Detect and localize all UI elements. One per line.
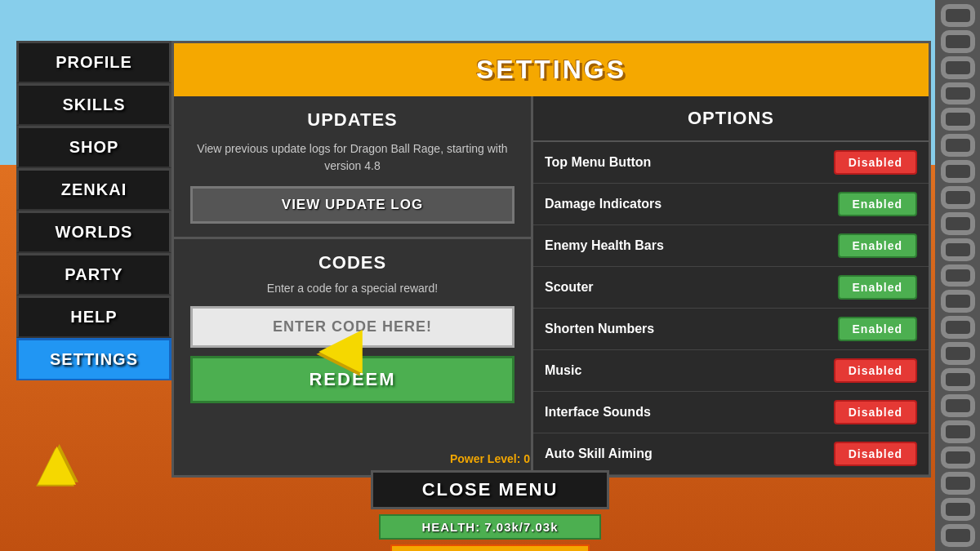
energy-bar: ENERGY: 100/100: [390, 544, 590, 551]
updates-description: View previous update logs for Dragon Bal…: [190, 140, 514, 175]
chain-link: [941, 290, 975, 313]
bottom-bar: Power Level: 0 CLOSE MENU HEALTH: 7.03k/…: [0, 478, 980, 551]
sidebar-item-worlds[interactable]: WORLDS: [16, 211, 172, 253]
chain-link: [941, 30, 975, 53]
settings-title-bar: SETTINGS: [174, 43, 929, 96]
chain-link: [941, 316, 975, 339]
codes-title: CODES: [190, 252, 514, 273]
option-status-badge[interactable]: Disabled: [834, 442, 917, 466]
option-status-badge[interactable]: Enabled: [838, 233, 917, 258]
option-label: Damage Indicators: [545, 197, 662, 211]
option-label: Scouter: [545, 280, 594, 295]
close-menu-button[interactable]: CLOSE MENU: [371, 470, 610, 509]
option-status-badge[interactable]: Enabled: [838, 192, 917, 216]
view-update-log-button[interactable]: VIEW UPDATE LOG: [190, 186, 514, 224]
option-row[interactable]: Interface SoundsDisabled: [533, 392, 929, 433]
chain-link: [941, 82, 975, 105]
sidebar-item-skills[interactable]: SKILLS: [16, 83, 172, 126]
option-status-badge[interactable]: Enabled: [838, 275, 917, 300]
updates-section: UPDATES View previous update logs for Dr…: [174, 96, 531, 239]
option-status-badge[interactable]: Disabled: [834, 358, 917, 383]
main-container: PROFILE SKILLS SHOP ZENKAI WORLDS PARTY …: [16, 41, 931, 478]
option-row[interactable]: Shorten NumbersEnabled: [533, 309, 929, 350]
chain-link: [941, 108, 975, 131]
options-title: OPTIONS: [533, 96, 929, 142]
chain-link: [941, 186, 975, 209]
content-area: UPDATES View previous update logs for Dr…: [174, 96, 929, 475]
option-row[interactable]: Top Menu ButtonDisabled: [533, 142, 929, 184]
sidebar-item-profile[interactable]: PROFILE: [16, 41, 172, 83]
chain-link: [941, 264, 975, 287]
chain-link: [941, 160, 975, 183]
power-level: Power Level: 0: [450, 452, 530, 465]
options-section: OPTIONS Top Menu ButtonDisabledDamage In…: [533, 96, 929, 475]
chain-link: [941, 420, 975, 443]
option-status-badge[interactable]: Disabled: [834, 400, 917, 424]
option-row[interactable]: Auto Skill AimingDisabled: [533, 433, 929, 475]
option-label: Auto Skill Aiming: [545, 447, 653, 461]
sidebar-item-help[interactable]: HELP: [16, 295, 172, 338]
arrow-right-icon: ▶: [318, 318, 363, 375]
option-status-badge[interactable]: Enabled: [838, 317, 917, 341]
option-label: Enemy Health Bars: [545, 238, 664, 253]
sidebar-item-shop[interactable]: SHOP: [16, 126, 172, 168]
chain-link: [941, 134, 975, 157]
chain-link: [941, 447, 975, 469]
chain-link: [941, 342, 975, 365]
left-content: UPDATES View previous update logs for Dr…: [174, 96, 533, 475]
chain-decoration: [935, 0, 980, 551]
right-panel: SETTINGS UPDATES View previous update lo…: [172, 41, 931, 478]
option-label: Shorten Numbers: [545, 322, 654, 336]
chain-link: [941, 394, 975, 417]
health-bar: HEALTH: 7.03k/7.03k: [379, 514, 600, 540]
option-row[interactable]: ScouterEnabled: [533, 267, 929, 309]
sidebar-item-settings[interactable]: SETTINGS: [16, 338, 172, 380]
option-label: Top Menu Button: [545, 155, 651, 170]
chain-link: [941, 56, 975, 79]
option-label: Interface Sounds: [545, 405, 651, 420]
arrow-up-icon: ▼: [24, 437, 89, 502]
updates-title: UPDATES: [190, 109, 514, 131]
settings-title: SETTINGS: [476, 55, 626, 84]
codes-description: Enter a code for a special reward!: [190, 282, 514, 295]
option-row[interactable]: MusicDisabled: [533, 350, 929, 392]
options-list: Top Menu ButtonDisabledDamage Indicators…: [533, 142, 929, 475]
chain-link: [941, 368, 975, 391]
option-row[interactable]: Damage IndicatorsEnabled: [533, 184, 929, 225]
option-status-badge[interactable]: Disabled: [834, 150, 917, 175]
option-label: Music: [545, 363, 581, 378]
sidebar-item-zenkai[interactable]: ZENKAI: [16, 168, 172, 211]
chain-link: [941, 212, 975, 235]
sidebar-item-party[interactable]: PARTY: [16, 253, 172, 295]
sidebar: PROFILE SKILLS SHOP ZENKAI WORLDS PARTY …: [16, 41, 172, 478]
chain-link: [941, 4, 975, 27]
chain-link: [941, 238, 975, 261]
option-row[interactable]: Enemy Health BarsEnabled: [533, 225, 929, 267]
